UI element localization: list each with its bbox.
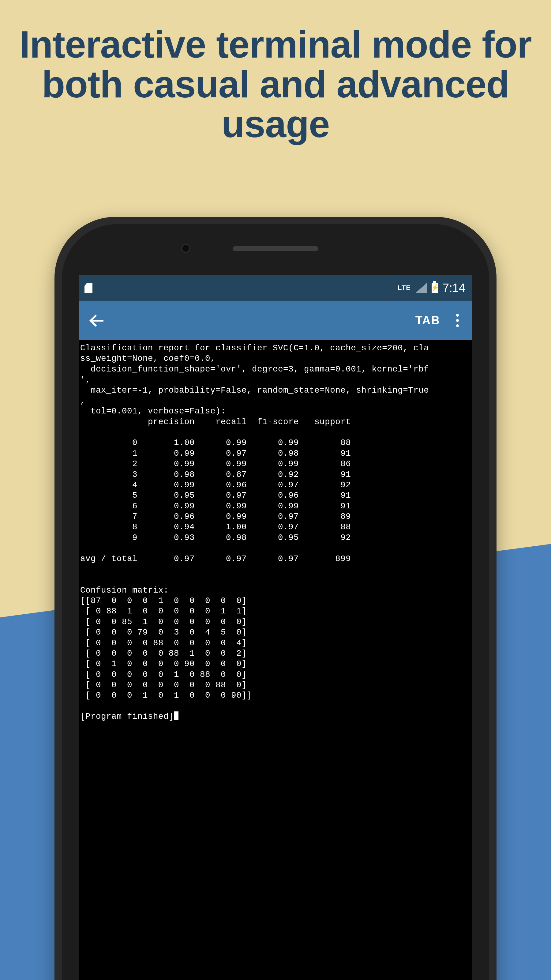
- network-type-label: LTE: [398, 284, 411, 292]
- status-clock: 7:14: [443, 282, 465, 294]
- overflow-dot-icon: [456, 324, 459, 327]
- overflow-dot-icon: [456, 314, 459, 317]
- overflow-menu-button[interactable]: [451, 314, 464, 327]
- status-bar: LTE ⚡ 7:14: [79, 275, 472, 301]
- back-button[interactable]: [87, 310, 107, 330]
- terminal-output[interactable]: Classification report for classifier SVC…: [79, 340, 472, 725]
- promo-headline: Interactive terminal mode for both casua…: [0, 24, 551, 144]
- battery-icon: ⚡: [432, 283, 438, 293]
- tab-key-button[interactable]: TAB: [415, 314, 440, 327]
- terminal-cursor: [174, 711, 178, 720]
- phone-speaker: [233, 246, 318, 251]
- phone-screen: LTE ⚡ 7:14 TAB: [79, 275, 472, 980]
- phone-frame: LTE ⚡ 7:14 TAB: [54, 217, 497, 980]
- sd-card-icon: [84, 283, 92, 293]
- back-arrow-icon: [91, 314, 103, 326]
- signal-icon: [416, 283, 427, 293]
- phone-bezel: LTE ⚡ 7:14 TAB: [62, 224, 489, 980]
- battery-charging-icon: ⚡: [432, 283, 438, 293]
- phone-front-camera: [181, 244, 191, 253]
- app-bar: TAB: [79, 301, 472, 340]
- overflow-dot-icon: [456, 319, 459, 322]
